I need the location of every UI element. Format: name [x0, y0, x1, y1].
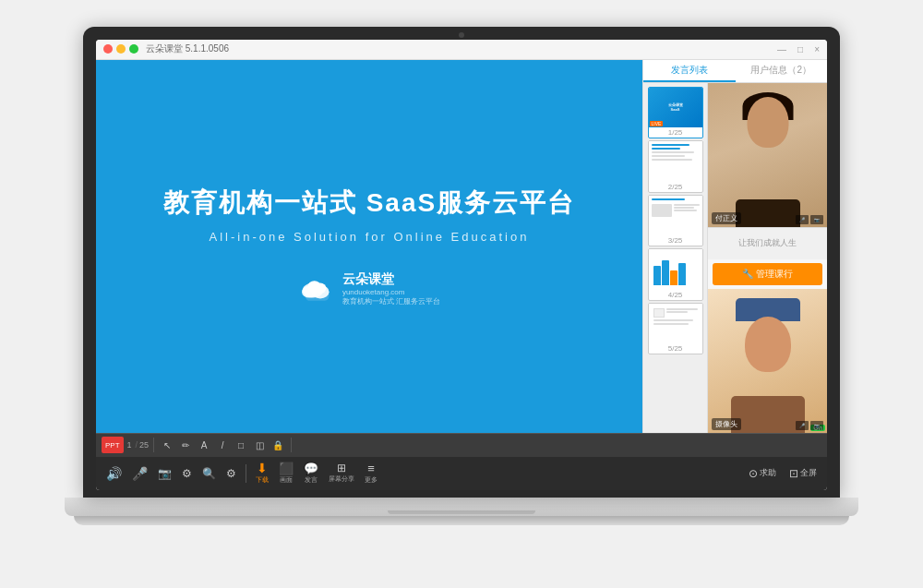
- title-bar: 云朵课堂 5.1.1.0506 — □ ×: [96, 40, 827, 60]
- slide-number-3: 3/25: [649, 235, 702, 246]
- tab-slides[interactable]: 发言列表: [643, 60, 736, 82]
- video-controls-top: 🎤 📷: [796, 215, 823, 224]
- camera-btn[interactable]: 📷: [153, 466, 176, 481]
- person-bottom-display: [708, 289, 827, 433]
- video-feed-top: 付正义 🎤 📷: [708, 83, 827, 227]
- mic-ctrl-btn-bottom[interactable]: 🎤: [796, 421, 809, 430]
- settings-btn[interactable]: ⚙: [177, 466, 197, 481]
- audio-controls: 🔊 🎤 📷 ⚙ 🔍 ⚙: [102, 465, 241, 482]
- page-num: 1: [126, 440, 134, 450]
- laptop-container: 云朵课堂 5.1.1.0506 — □ × 教育机构一站式 SaaS服务云平台 …: [65, 27, 858, 562]
- logo-slogan: 教育机构一站式 汇服务云平台: [342, 296, 440, 306]
- body-icon-bottom: [731, 396, 805, 433]
- logo-icon: [298, 274, 335, 304]
- laptop-base: [65, 498, 858, 516]
- more-icon: ≡: [367, 462, 375, 474]
- manage-class-button[interactable]: 🔧 管理课行: [713, 263, 822, 285]
- slide-thumb-2[interactable]: 2/25: [648, 140, 703, 193]
- right-panel: 发言列表 用户信息（2） 云: [642, 60, 827, 433]
- share-btn[interactable]: ⊞ 屏幕分享: [324, 461, 359, 486]
- share-icon: ⊞: [337, 462, 346, 474]
- mic-btn[interactable]: 🎤: [127, 465, 152, 482]
- participants-column: 付正义 🎤 📷 让我们成就人生 🔧 管理: [708, 83, 827, 433]
- face-icon-bottom: [745, 317, 791, 372]
- app-title: 云朵课堂 5.1.1.0506: [146, 42, 229, 55]
- lock-tool-btn[interactable]: 🔒: [270, 437, 286, 453]
- presentation-area: 教育机构一站式 SaaS服务云平台 All-in-one Solution fo…: [96, 60, 642, 433]
- dot-red[interactable]: [103, 44, 113, 54]
- fullscreen-icon: ⊡: [789, 467, 798, 480]
- action-btns: ⬇ 下载 ⬛ 画面 💬 发言 ⊞ 屏幕分享: [251, 460, 382, 486]
- tab-users[interactable]: 用户信息（2）: [736, 60, 828, 82]
- bottom-toolbar: 🔊 🎤 📷 ⚙ 🔍 ⚙: [96, 457, 827, 490]
- fullscreen-btn[interactable]: ⊡ 全屏: [785, 465, 821, 482]
- dot-green[interactable]: [129, 44, 138, 54]
- live-badge: LIVE: [650, 121, 664, 126]
- speaker-btn[interactable]: 🔊: [102, 465, 126, 482]
- title-bar-right-controls: — □ ×: [777, 44, 820, 54]
- slide-subtitle: All-in-one Solution for Online Education: [210, 230, 530, 244]
- help-label: 求助: [760, 467, 776, 479]
- cam-ctrl-btn-bottom[interactable]: 📷: [810, 421, 823, 430]
- close-btn[interactable]: ×: [814, 44, 820, 54]
- screen-icon: ⬛: [279, 462, 294, 474]
- slide-title: 教育机构一站式 SaaS服务云平台: [163, 186, 575, 221]
- logo-url: yunduoketang.com: [342, 288, 440, 296]
- slide-number-5: 5/25: [649, 343, 702, 354]
- slide-thumb-5[interactable]: 5/25: [648, 303, 703, 355]
- screen-bezel: 云朵课堂 5.1.1.0506 — □ × 教育机构一站式 SaaS服务云平台 …: [83, 27, 840, 498]
- brand-logo-area: 云朵课堂 yunduoketang.com 教育机构一站式 汇服务云平台: [298, 271, 440, 306]
- app-window: 云朵课堂 5.1.1.0506 — □ × 教育机构一站式 SaaS服务云平台 …: [96, 40, 827, 490]
- ppt-label-btn[interactable]: PPT: [102, 437, 124, 453]
- logo-name: 云朵课堂: [342, 271, 440, 288]
- line-tool-btn[interactable]: /: [214, 437, 231, 453]
- slide-number-4: 4/25: [649, 290, 702, 300]
- chat-message-area: 让我们成就人生: [708, 227, 827, 259]
- face-icon-top: [747, 97, 788, 148]
- laptop-bottom-shadow: [74, 516, 849, 525]
- slide-thumb-4[interactable]: 4/25: [648, 248, 703, 301]
- cursor-tool-btn[interactable]: ↖: [159, 437, 175, 453]
- text-tool-btn[interactable]: A: [196, 437, 212, 453]
- window-dots: [103, 44, 138, 54]
- more-btn[interactable]: ≡ 更多: [360, 461, 382, 486]
- video-controls-bottom: 🎤 📷: [796, 421, 823, 430]
- right-tabs: 发言列表 用户信息（2）: [643, 60, 827, 83]
- video-label-bottom: 摄像头: [712, 418, 741, 430]
- slide-thumb-3[interactable]: 3/25: [648, 195, 703, 247]
- video-label-top: 付正义: [712, 212, 741, 224]
- right-inner: 云朵课堂SaaS LIVE 1/25: [643, 83, 827, 433]
- page-sep: /: [136, 440, 138, 450]
- trackpad-indent: [388, 510, 535, 514]
- slide-number-1: 1/25: [649, 127, 702, 138]
- help-icon: ⊙: [749, 467, 758, 480]
- screen-btn[interactable]: ⬛ 画面: [274, 461, 298, 486]
- webcam: [459, 32, 464, 38]
- eraser-tool-btn[interactable]: ◫: [251, 437, 268, 453]
- help-btn[interactable]: ⊙ 求助: [744, 465, 781, 482]
- body-icon-top: [736, 199, 800, 227]
- shape-tool-btn[interactable]: □: [233, 437, 249, 453]
- toolbar-right-btns: ⊙ 求助 ⊡ 全屏: [744, 465, 821, 482]
- chat-icon: 💬: [304, 462, 318, 474]
- video-feed-bottom: 摄像头 On 🎤 📷: [708, 289, 827, 433]
- slides-column: 云朵课堂SaaS LIVE 1/25: [643, 83, 708, 433]
- maximize-btn[interactable]: □: [797, 44, 803, 54]
- main-content: 教育机构一站式 SaaS服务云平台 All-in-one Solution fo…: [96, 60, 827, 433]
- chat-btn[interactable]: 💬 发言: [299, 461, 323, 486]
- pen-tool-btn[interactable]: ✏: [177, 437, 194, 453]
- settings2-btn[interactable]: ⚙: [222, 466, 241, 481]
- zoom-btn[interactable]: 🔍: [198, 466, 221, 481]
- cam-ctrl-btn[interactable]: 📷: [810, 215, 823, 224]
- slide-number-2: 2/25: [649, 182, 702, 192]
- download-icon: ⬇: [257, 462, 268, 474]
- download-btn[interactable]: ⬇ 下载: [251, 460, 273, 486]
- dot-yellow[interactable]: [116, 44, 126, 54]
- page-total: 25: [139, 440, 149, 450]
- draw-toolbar-row: PPT 1 / 25 ↖ ✏ A / □ ◫ 🔒: [96, 433, 827, 457]
- minimize-btn[interactable]: —: [777, 44, 786, 54]
- mic-ctrl-btn[interactable]: 🎤: [796, 215, 809, 224]
- slide-thumb-1[interactable]: 云朵课堂SaaS LIVE 1/25: [648, 87, 703, 139]
- logo-text-wrapper: 云朵课堂 yunduoketang.com 教育机构一站式 汇服务云平台: [342, 271, 440, 306]
- chat-message-text: 让我们成就人生: [738, 237, 797, 249]
